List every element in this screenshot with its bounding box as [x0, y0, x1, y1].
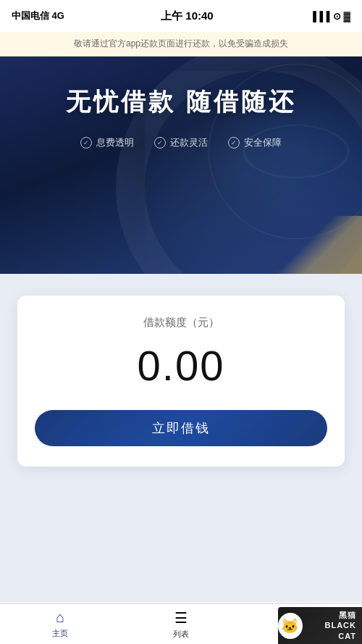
blackcat-line1: 黑猫	[307, 610, 356, 620]
tab-home[interactable]: ⌂ 主页	[0, 604, 121, 644]
tab-home-label: 主页	[52, 628, 68, 639]
check-icon-2: ✓	[154, 137, 166, 149]
hero-features: ✓ 息费透明 ✓ 还款灵活 ✓ 安全保障	[80, 136, 282, 149]
main-content: 借款额度（元） 0.00 立即借钱	[0, 274, 362, 601]
feature-1: ✓ 息费透明	[80, 136, 134, 149]
time-label: 上午 10:40	[161, 9, 214, 23]
notice-bar: 敬请通过官方app还款页面进行还款，以免受骗造成损失	[0, 32, 362, 57]
check-icon-3: ✓	[228, 137, 240, 149]
check-icon-1: ✓	[80, 137, 92, 149]
feature-label-3: 安全保障	[244, 136, 282, 149]
status-bar: 中国电信 4G 上午 10:40 ▐▐▐ ⊙ ▓	[0, 0, 362, 32]
gold-accent	[275, 216, 362, 274]
feature-label-2: 还款灵活	[170, 136, 208, 149]
blackcat-badge[interactable]: 🐱 黑猫 BLACK CAT	[278, 607, 362, 644]
wifi-icon: ⊙	[333, 11, 341, 22]
feature-label-1: 息费透明	[96, 136, 134, 149]
blackcat-line2: BLACK CAT	[307, 620, 356, 641]
borrow-button[interactable]: 立即借钱	[35, 410, 327, 446]
battery-icon: ▓	[344, 11, 350, 22]
tab-list[interactable]: ☰ 列表	[121, 604, 242, 644]
feature-2: ✓ 还款灵活	[154, 136, 208, 149]
blackcat-text: 黑猫 BLACK CAT	[307, 610, 356, 641]
hero-title: 无忧借款 随借随还	[66, 85, 295, 119]
list-icon: ☰	[174, 609, 188, 627]
feature-3: ✓ 安全保障	[228, 136, 282, 149]
tab-bar: ⌂ 主页 ☰ 列表 我 我的 🐱 黑猫 BLACK CAT	[0, 603, 362, 644]
tab-list-label: 列表	[173, 629, 189, 640]
loan-label: 借款额度（元）	[143, 316, 219, 330]
loan-card: 借款额度（元） 0.00 立即借钱	[17, 296, 345, 467]
carrier-label: 中国电信 4G	[12, 9, 64, 22]
signal-icon: ▐▐▐	[310, 11, 330, 22]
cat-logo: 🐱	[278, 613, 303, 639]
notice-text: 敬请通过官方app还款页面进行还款，以免受骗造成损失	[74, 38, 288, 49]
hero-section: 无忧借款 随借随还 ✓ 息费透明 ✓ 还款灵活 ✓ 安全保障	[0, 57, 362, 274]
home-icon: ⌂	[56, 609, 64, 626]
status-icons: ▐▐▐ ⊙ ▓	[310, 11, 350, 22]
loan-amount: 0.00	[138, 341, 225, 390]
